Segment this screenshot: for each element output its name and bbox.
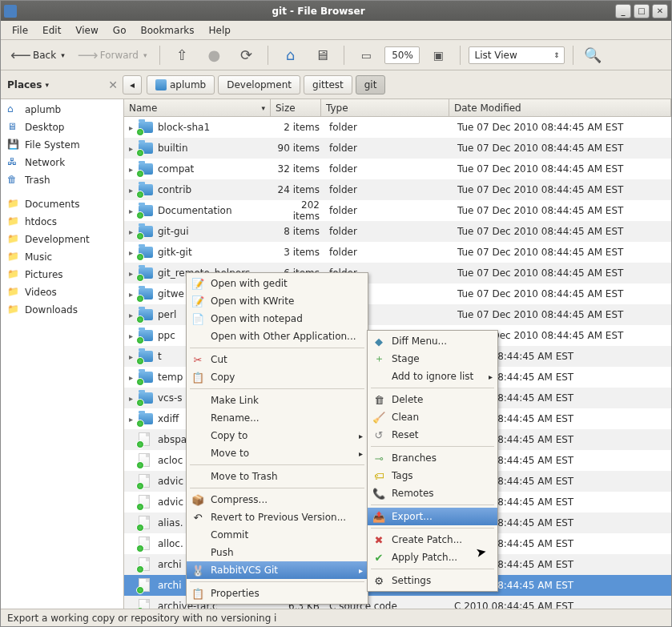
menu-item-icon <box>191 429 204 442</box>
computer-button[interactable]: 🖥 <box>308 43 336 67</box>
menu-item-open-with-kwrite[interactable]: 📝Open with KWrite <box>187 292 368 310</box>
breadcrumb-gittest[interactable]: gittest <box>304 75 352 94</box>
context-submenu-rabbitvcs[interactable]: ◆Diff Menu...＋StageAdd to ignore list▸🗑D… <box>367 330 498 592</box>
sidebar-item-trash[interactable]: 🗑Trash <box>1 171 123 189</box>
menu-item-branches[interactable]: ⊸Branches <box>368 449 497 467</box>
column-name[interactable]: Name▾ <box>124 99 271 116</box>
chevron-down-icon: ▾ <box>143 51 147 59</box>
menu-item-revert-to-previous-version[interactable]: ↶Revert to Previous Version... <box>187 508 368 526</box>
menu-item-open-with-other-application[interactable]: Open with Other Application... <box>187 328 368 345</box>
menu-item-compress[interactable]: 📦Compress... <box>187 491 368 508</box>
menu-item-remotes[interactable]: 📞Remotes <box>368 484 497 502</box>
sidebar-item-documents[interactable]: 📁Documents <box>1 195 123 213</box>
menu-item-commit[interactable]: Commit <box>187 526 368 544</box>
breadcrumb-development[interactable]: Development <box>218 75 300 94</box>
menu-edit[interactable]: Edit <box>36 22 67 38</box>
menu-item-label: Copy to <box>211 430 247 441</box>
sidebar-item-development[interactable]: 📁Development <box>1 231 123 248</box>
stop-button[interactable]: ● <box>200 43 227 67</box>
column-type[interactable]: Type <box>321 99 449 116</box>
maximize-button[interactable]: □ <box>634 4 650 18</box>
sidebar-item-aplumb[interactable]: ⌂aplumb <box>1 101 123 119</box>
file-row[interactable]: ▸git-gui8 itemsfolderTue 07 Dec 2010 08:… <box>124 221 671 242</box>
sidebar-item-htdocs[interactable]: 📁htdocs <box>1 213 123 231</box>
file-row[interactable]: ▸contrib24 itemsfolderTue 07 Dec 2010 08… <box>124 179 671 200</box>
minimize-button[interactable]: _ <box>615 4 631 18</box>
forward-button[interactable]: ⟶ Forward ▾ <box>74 43 152 67</box>
menu-item-tags[interactable]: 🏷Tags <box>368 467 497 484</box>
menu-item-create-patch[interactable]: ✖Create Patch... <box>368 531 497 549</box>
menu-item-icon: 🏷 <box>372 469 385 482</box>
menu-item-export[interactable]: 📤Export... <box>368 508 497 525</box>
menu-view[interactable]: View <box>69 22 104 38</box>
search-button[interactable]: 🔍 <box>581 44 604 66</box>
file-row[interactable]: ▸Documentation202 itemsfolderTue 07 Dec … <box>124 200 671 221</box>
file-type: folder <box>326 122 454 133</box>
menu-item-copy[interactable]: 📋Copy <box>187 368 368 386</box>
menu-item-cut[interactable]: ✂Cut <box>187 351 368 368</box>
menu-item-copy-to[interactable]: Copy to▸ <box>187 427 368 444</box>
sidebar-item-desktop[interactable]: 🖥Desktop <box>1 119 123 136</box>
menu-item-reset[interactable]: ↺Reset <box>368 426 497 444</box>
menu-go[interactable]: Go <box>107 22 133 38</box>
breadcrumb-back[interactable]: ◂ <box>123 75 142 94</box>
sidebar-item-file-system[interactable]: 💾File System <box>1 136 123 154</box>
menu-item-icon: 🧹 <box>372 411 385 424</box>
file-row[interactable]: ▸gitk-git3 itemsfolderTue 07 Dec 2010 08… <box>124 242 671 263</box>
menu-item-push[interactable]: Push <box>187 544 368 561</box>
reload-button[interactable]: ⟳ <box>232 43 260 67</box>
zoom-out-button[interactable]: ▭ <box>352 43 380 67</box>
menu-file[interactable]: File <box>6 22 34 38</box>
zoom-in-button[interactable]: ▣ <box>425 43 452 67</box>
back-button[interactable]: ⟵ Back ▾ <box>7 43 70 67</box>
menu-item-apply-patch[interactable]: ✔Apply Patch... <box>368 549 497 566</box>
file-date: Tue 07 Dec 2010 08:44:45 AM EST <box>454 122 671 133</box>
menu-item-open-with-gedit[interactable]: 📝Open with gedit <box>187 275 368 292</box>
file-row[interactable]: ▸builtin90 itemsfolderTue 07 Dec 2010 08… <box>124 138 671 159</box>
up-button[interactable]: ⇧ <box>168 43 195 67</box>
menu-item-delete[interactable]: 🗑Delete <box>368 391 497 408</box>
context-menu[interactable]: 📝Open with gedit📝Open with KWrite📄Open w… <box>186 272 368 605</box>
home-button[interactable]: ⌂ <box>276 43 304 67</box>
file-size: 2 items <box>276 122 326 133</box>
back-icon: ⟵ <box>12 46 30 64</box>
menu-item-rabbitvcs-git[interactable]: 🐰RabbitVCS Git▸ <box>187 561 368 579</box>
menu-item-move-to[interactable]: Move to▸ <box>187 444 368 462</box>
file-row[interactable]: ▸block-sha12 itemsfolderTue 07 Dec 2010 … <box>124 117 671 138</box>
column-date[interactable]: Date Modified <box>449 99 671 116</box>
file-row[interactable]: ▸compat32 itemsfolderTue 07 Dec 2010 08:… <box>124 159 671 179</box>
menu-item-stage[interactable]: ＋Stage <box>368 350 497 368</box>
places-toggle[interactable]: Places▾ <box>7 79 49 90</box>
sidebar-item-music[interactable]: 📁Music <box>1 248 123 266</box>
column-size[interactable]: Size <box>271 99 321 116</box>
menu-item-settings[interactable]: ⚙Settings <box>368 572 497 589</box>
file-date: Tue 07 Dec 2010 08:44:45 AM EST <box>454 184 671 195</box>
breadcrumb-aplumb[interactable]: aplumb <box>147 75 215 94</box>
close-button[interactable]: ✕ <box>652 4 668 18</box>
folder-icon <box>139 183 155 197</box>
app-icon <box>4 5 17 18</box>
folder-icon <box>139 349 155 364</box>
menu-item-clean[interactable]: 🧹Clean <box>368 408 497 426</box>
breadcrumb-git[interactable]: git <box>356 75 386 94</box>
file-name: block-sha1 <box>158 122 276 133</box>
sidebar-item-pictures[interactable]: 📁Pictures <box>1 266 123 283</box>
vcs-status-badge <box>136 440 144 448</box>
menu-help[interactable]: Help <box>203 22 237 38</box>
menu-item-properties[interactable]: 📋Properties <box>187 585 368 602</box>
sidebar-item-network[interactable]: 🖧Network <box>1 154 123 171</box>
sidebar-item-downloads[interactable]: 📁Downloads <box>1 301 123 319</box>
menu-item-make-link[interactable]: Make Link <box>187 392 368 409</box>
menu-bookmarks[interactable]: Bookmarks <box>134 22 200 38</box>
menu-item-diff-menu[interactable]: ◆Diff Menu... <box>368 332 497 350</box>
menu-item-label: Open with KWrite <box>211 295 294 307</box>
menu-item-icon: ✔ <box>372 551 385 564</box>
menu-item-move-to-trash[interactable]: Move to Trash <box>187 468 368 485</box>
menu-item-rename[interactable]: Rename... <box>187 409 368 427</box>
places-close-button[interactable]: ✕ <box>108 78 118 91</box>
menu-item-add-to-ignore-list[interactable]: Add to ignore list▸ <box>368 368 497 385</box>
titlebar[interactable]: git - File Browser _ □ ✕ <box>1 1 671 21</box>
view-mode-select[interactable]: List View ⇕ <box>469 46 565 64</box>
sidebar-item-videos[interactable]: 📁Videos <box>1 283 123 301</box>
menu-item-open-with-notepad[interactable]: 📄Open with notepad <box>187 310 368 328</box>
